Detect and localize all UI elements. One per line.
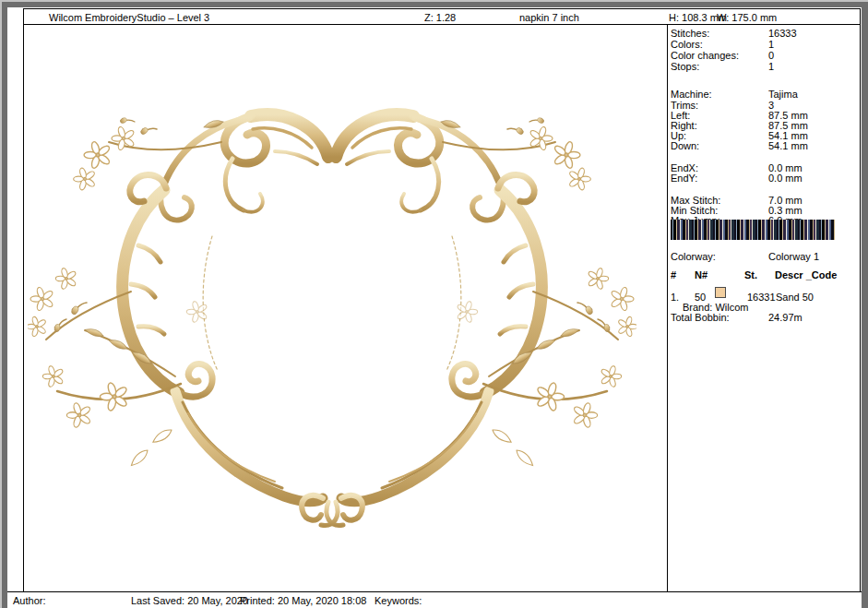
printed-timestamp: Printed: 20 May, 2020 18:08	[240, 595, 366, 606]
endy-value: 0.0 mm	[768, 173, 803, 184]
endy-label: EndY:	[671, 173, 697, 184]
machine-value: Tajima	[768, 89, 798, 100]
thread-num: 1.	[671, 292, 679, 303]
stat-row: Colors:1	[671, 39, 860, 50]
stat-row: Stops:1	[671, 61, 860, 72]
window-frame-right	[862, 2, 868, 608]
app-title: Wilcom EmbroideryStudio – Level 3	[49, 12, 209, 23]
stat-label: Colors:	[671, 39, 703, 50]
col-needle: N#	[695, 269, 707, 280]
ornament-right-half	[321, 114, 636, 526]
zoom-level: Z: 1.28	[424, 12, 456, 23]
col-num: #	[671, 269, 676, 280]
stat-value: 1	[768, 61, 774, 72]
ornament-left-half	[28, 114, 343, 526]
barcode	[671, 220, 835, 240]
total-bobbin-value: 24.97m	[768, 312, 803, 323]
author-label: Author:	[13, 595, 45, 606]
print-preview-page: Wilcom EmbroideryStudio – Level 3 Z: 1.2…	[7, 7, 862, 608]
col-descr: Descr _Code	[775, 269, 837, 280]
stat-value: 1	[768, 39, 774, 50]
stat-label: Stitches:	[671, 28, 709, 39]
print-preview-window: Wilcom EmbroideryStudio – Level 3 Z: 1.2…	[0, 0, 868, 608]
footer-separator	[7, 591, 862, 592]
stat-value: 0	[768, 50, 774, 61]
embroidery-design	[28, 98, 636, 531]
stat-value: 16333	[768, 28, 797, 39]
colorway-value: Colorway 1	[768, 251, 819, 262]
stat-label: Stops:	[671, 61, 699, 72]
stat-row: Stitches:16333	[671, 28, 860, 39]
keywords-label: Keywords:	[375, 595, 422, 606]
extent-label: Down:	[671, 140, 699, 151]
header-separator	[24, 24, 860, 25]
extent-value: 54.1 mm	[768, 140, 808, 151]
thread-descr: Sand 50	[776, 292, 814, 303]
colorway-label: Colorway:	[671, 251, 716, 262]
colorway-row: Colorway:Colorway 1	[671, 251, 860, 262]
extent-row: Down:54.1 mm	[671, 140, 860, 151]
total-bobbin-label: Total Bobbin:	[671, 312, 730, 323]
design-name: napkin 7 inch	[519, 12, 579, 23]
last-saved: Last Saved: 20 May, 2020	[131, 595, 248, 606]
stat-row: Color changes:0	[671, 50, 860, 61]
end-row: EndY:0.0 mm	[671, 173, 860, 184]
machine-label: Machine:	[671, 89, 712, 100]
thread-color-swatch	[715, 287, 726, 298]
machine-row: Machine:Tajima	[671, 89, 860, 100]
col-stitches: St.	[744, 269, 757, 280]
thread-stitches: 16331	[747, 292, 776, 303]
stat-label: Color changes:	[671, 50, 739, 61]
panel-divider	[667, 25, 668, 591]
total-bobbin-row: Total Bobbin:24.97m	[671, 312, 860, 323]
design-width: W: 175.0 mm	[717, 12, 777, 23]
